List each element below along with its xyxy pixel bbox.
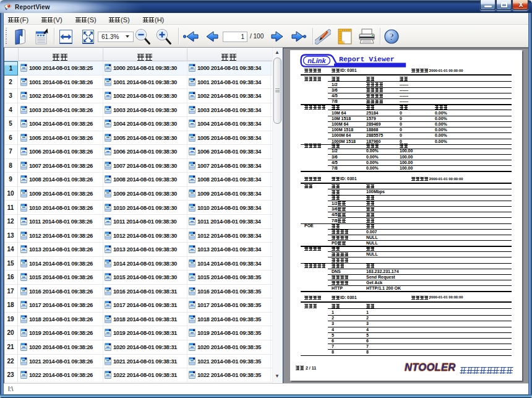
svg-text:nLink: nLink xyxy=(307,57,326,64)
svg-text:?: ? xyxy=(389,32,394,42)
